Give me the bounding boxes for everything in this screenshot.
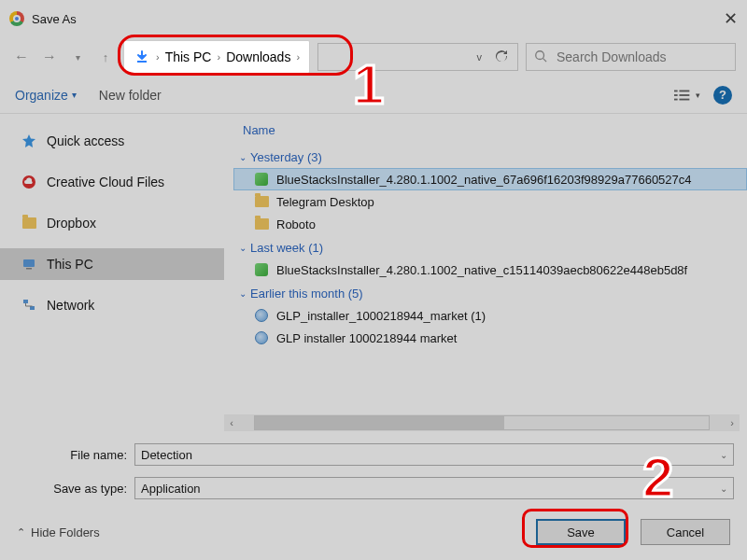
sidebar-item-creative-cloud[interactable]: Creative Cloud Files (0, 166, 224, 198)
folder-icon (21, 215, 37, 231)
savetype-value: Application (141, 482, 201, 496)
file-row[interactable]: GLP_installer_1000218944_market (1) (233, 304, 747, 327)
scroll-left-icon[interactable]: ‹ (224, 417, 239, 428)
svg-rect-6 (679, 94, 689, 96)
cancel-button[interactable]: Cancel (641, 519, 730, 545)
column-header-name[interactable]: Name (233, 119, 747, 145)
chevron-down-icon[interactable]: ⌄ (720, 450, 727, 460)
svg-rect-13 (30, 306, 35, 310)
svg-point-1 (536, 50, 544, 59)
sidebar-item-dropbox[interactable]: Dropbox (0, 207, 224, 239)
chevron-down-icon: ▾ (72, 90, 77, 100)
file-row[interactable]: Roboto (233, 213, 747, 235)
chevron-down-icon[interactable]: ⌄ (720, 483, 727, 494)
refresh-button[interactable] (491, 47, 512, 67)
file-name: Telegram Desktop (276, 195, 374, 209)
hide-folders-label: Hide Folders (31, 525, 100, 539)
callout-number-1: 1 (353, 52, 384, 117)
scroll-thumb[interactable] (255, 416, 504, 429)
svg-rect-7 (674, 98, 678, 100)
folder-icon (254, 194, 269, 209)
group-label: Earlier this month (5) (250, 287, 363, 301)
organize-menu[interactable]: Organize ▾ (15, 88, 77, 103)
search-input[interactable] (555, 49, 727, 65)
folder-icon (254, 217, 269, 231)
chrome-icon (9, 11, 24, 26)
pc-icon (21, 256, 37, 273)
new-folder-button[interactable]: New folder (99, 88, 162, 103)
cloud-icon (21, 174, 37, 190)
svg-rect-12 (23, 300, 28, 303)
callout-ring-2 (522, 509, 628, 548)
file-row[interactable]: GLP installer 1000218944 market (233, 327, 747, 349)
svg-rect-8 (679, 98, 689, 100)
main-area: Quick access Creative Cloud Files Dropbo… (0, 114, 747, 431)
sidebar-item-label: This PC (47, 257, 93, 272)
help-button[interactable]: ? (713, 86, 732, 105)
up-button[interactable]: ↑ (95, 47, 116, 67)
file-row[interactable]: BlueStacksInstaller_4.280.1.1002_native_… (233, 168, 747, 190)
file-row[interactable]: Telegram Desktop (233, 190, 747, 213)
glp-icon (254, 330, 269, 345)
sidebar-item-quick-access[interactable]: Quick access (0, 125, 224, 157)
svg-rect-3 (674, 90, 678, 91)
file-name: GLP_installer_1000218944_market (1) (276, 309, 486, 323)
chevron-down-icon: ▾ (696, 91, 700, 100)
svg-rect-10 (23, 259, 35, 267)
view-options-button[interactable]: ▾ (674, 85, 700, 105)
save-fields: File name: Detection⌄ Save as type: Appl… (0, 431, 747, 511)
scroll-right-icon[interactable]: › (725, 417, 740, 428)
file-name: Roboto (276, 217, 316, 231)
organize-label: Organize (15, 88, 68, 103)
titlebar: Save As ✕ (0, 0, 747, 37)
bluestacks-icon (254, 172, 269, 187)
network-icon (21, 297, 37, 314)
recent-locations-dropdown[interactable]: ▾ (67, 47, 88, 67)
file-row[interactable]: BlueStacksInstaller_4.280.1.1002_native_… (233, 259, 747, 281)
sidebar-item-label: Dropbox (47, 216, 96, 231)
sidebar-item-label: Quick access (47, 133, 124, 148)
forward-button[interactable]: → (39, 47, 60, 67)
file-name: BlueStacksInstaller_4.280.1.1002_native_… (276, 173, 692, 187)
chevron-down-icon: ⌄ (239, 243, 247, 253)
callout-ring-1 (118, 35, 353, 76)
filename-value: Detection (141, 448, 192, 462)
horizontal-scrollbar[interactable]: ‹ › (224, 414, 740, 431)
window-title: Save As (32, 12, 77, 26)
back-button[interactable]: ← (11, 47, 32, 67)
svg-rect-4 (679, 90, 689, 91)
callout-number-2: 2 (642, 445, 673, 510)
sidebar-item-label: Creative Cloud Files (47, 175, 164, 189)
star-icon (21, 133, 37, 149)
search-icon (534, 49, 547, 65)
group-header[interactable]: ⌄Earlier this month (5) (233, 281, 747, 304)
group-label: Last week (1) (250, 241, 323, 255)
sidebar-item-network[interactable]: Network (0, 289, 224, 321)
group-label: Yesterday (3) (250, 150, 322, 164)
savetype-label: Save as type: (13, 482, 134, 496)
scroll-track[interactable] (254, 415, 710, 430)
svg-rect-11 (26, 268, 32, 270)
hide-folders-toggle[interactable]: ⌃ Hide Folders (17, 525, 100, 539)
chevron-down-icon: ⌄ (239, 152, 247, 162)
group-header[interactable]: ⌄Last week (1) (233, 235, 747, 259)
file-name: GLP installer 1000218944 market (276, 331, 457, 345)
filename-label: File name: (13, 448, 134, 462)
sidebar-item-this-pc[interactable]: This PC (0, 248, 224, 280)
file-list: Name ⌄Yesterday (3) BlueStacksInstaller_… (224, 114, 747, 431)
sidebar-item-label: Network (47, 298, 94, 313)
chevron-down-icon: ⌄ (239, 288, 247, 299)
address-dropdown-icon[interactable]: v (477, 51, 483, 63)
svg-rect-5 (674, 94, 678, 96)
chevron-up-icon: ⌃ (17, 526, 25, 539)
footer: ⌃ Hide Folders Save Cancel (0, 504, 747, 560)
glp-icon (254, 308, 269, 323)
bluestacks-icon (254, 262, 269, 277)
sidebar: Quick access Creative Cloud Files Dropbo… (0, 114, 224, 431)
search-box[interactable] (526, 43, 736, 71)
close-button[interactable]: ✕ (724, 8, 738, 29)
group-header[interactable]: ⌄Yesterday (3) (233, 145, 747, 168)
svg-line-2 (543, 58, 547, 62)
file-name: BlueStacksInstaller_4.280.1.1002_native_… (276, 263, 687, 277)
